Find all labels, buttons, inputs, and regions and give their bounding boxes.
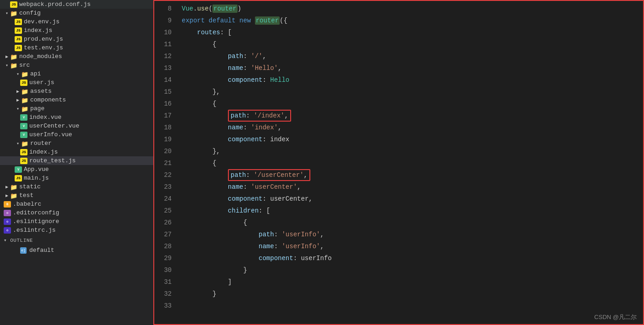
line-num-32: 32 — [154, 288, 172, 300]
code-content: Vue.use(router) export default new route… — [177, 1, 643, 324]
code-line-21: }, — [182, 145, 639, 157]
sidebar-item-assets[interactable]: ▶ 📁 assets — [0, 87, 153, 96]
sidebar-item-index-vue[interactable]: V index.vue — [0, 113, 153, 122]
outline-label: OUTLINE — [10, 238, 33, 243]
sidebar-item-label: .eslintignore — [13, 218, 59, 225]
line-num-16: 16 — [154, 98, 172, 110]
sidebar-item-label: route_test.js — [29, 157, 76, 164]
sidebar-item-config[interactable]: ▾ 📁 config — [0, 9, 153, 17]
line-num-21: 21 — [154, 157, 172, 169]
line-num-31: 31 — [154, 276, 172, 288]
sidebar-item-usercenter-vue[interactable]: V userCenter.vue — [0, 122, 153, 130]
js-icon: JS — [20, 158, 27, 164]
sidebar-item-webpack-prod[interactable]: JS webpack.prod.conf.js — [0, 0, 153, 9]
code-line-27: { — [182, 217, 639, 229]
editor-area: 8 9 10 11 12 13 14 15 16 17 18 19 20 21 … — [153, 0, 644, 325]
sidebar-item-route-test[interactable]: JS route_test.js — [0, 156, 153, 165]
line-num-33: 33 — [154, 300, 172, 312]
sidebar-item-eslintrc[interactable]: ⚙ .eslintrc.js — [0, 226, 153, 234]
sidebar-item-label: index.js — [29, 149, 58, 155]
line-num-15: 15 — [154, 86, 172, 98]
sidebar-item-label: node_modules — [19, 53, 62, 60]
arrow-icon: ▾ — [15, 71, 21, 77]
sidebar-item-components[interactable]: ▶ 📁 components — [0, 96, 153, 104]
sidebar-item-label: main.js — [24, 175, 49, 181]
sidebar-item-prod-env[interactable]: JS prod.env.js — [0, 35, 153, 43]
code-line-20: component: index — [182, 133, 639, 145]
sidebar-item-main-js[interactable]: JS main.js — [0, 174, 153, 182]
line-num-25: 25 — [154, 205, 172, 217]
folder-icon: 📁 — [21, 88, 28, 95]
sidebar-item-userinfo-vue[interactable]: V userInfo.vue — [0, 130, 153, 139]
sidebar: JS webpack.prod.conf.js ▾ 📁 config JS de… — [0, 0, 153, 325]
arrow-icon: ▾ — [15, 141, 21, 146]
js-icon: JS — [10, 1, 17, 8]
sidebar-item-label: static — [19, 183, 41, 190]
sidebar-item-dev-env[interactable]: JS dev.env.js — [0, 17, 153, 26]
watermark: CSDN @凡二尔 — [594, 313, 637, 321]
folder-icon: 📁 — [10, 53, 17, 60]
line-num-10: 10 — [154, 27, 172, 38]
line-num-14: 14 — [154, 74, 172, 86]
sidebar-item-label: .babelrc — [13, 201, 41, 208]
outline-header[interactable]: ▾ OUTLINE — [0, 234, 153, 246]
sidebar-item-app-vue[interactable]: V App.vue — [0, 165, 153, 174]
line-num-20: 20 — [154, 145, 172, 157]
outline-item-default[interactable]: e] default — [0, 246, 153, 255]
vue-icon: V — [20, 114, 27, 121]
sidebar-item-babelrc[interactable]: B .babelrc — [0, 200, 153, 208]
sidebar-item-label: src — [19, 62, 30, 69]
code-line-16: }, — [182, 86, 639, 98]
sidebar-item-label: page — [30, 105, 44, 112]
sidebar-item-label: user.js — [29, 79, 54, 86]
line-num-12: 12 — [154, 50, 172, 62]
code-line-19: name: 'index', — [182, 122, 639, 133]
sidebar-item-node-modules[interactable]: ▶ 📁 node_modules — [0, 52, 153, 61]
sidebar-item-test-env[interactable]: JS test.env.js — [0, 43, 153, 52]
sidebar-item-label: index.vue — [29, 114, 61, 121]
line-num-26: 26 — [154, 217, 172, 229]
code-line-11: routes: [ — [182, 27, 639, 38]
sidebar-item-eslintignore[interactable]: ⚙ .eslintignore — [0, 217, 153, 226]
js-icon: JS — [15, 45, 22, 51]
js-icon: JS — [20, 80, 27, 86]
sidebar-item-label: components — [30, 96, 66, 103]
sidebar-item-label: .editorconfig — [13, 209, 59, 216]
code-line-31: } — [182, 264, 639, 276]
line-num-24: 24 — [154, 193, 172, 205]
sidebar-item-editorconfig[interactable]: ⚙ .editorconfig — [0, 208, 153, 217]
code-line-18: path: '/index', — [182, 110, 639, 122]
code-line-26: children: [ — [182, 205, 639, 217]
arrow-icon: ▶ — [4, 54, 10, 59]
sidebar-item-index-js[interactable]: JS index.js — [0, 26, 153, 35]
sidebar-item-label: App.vue — [24, 166, 49, 173]
eslint-icon: ⚙ — [4, 218, 11, 225]
sidebar-item-user-js[interactable]: JS user.js — [0, 78, 153, 87]
arrow-icon: ▶ — [15, 97, 21, 103]
sidebar-item-api[interactable]: ▾ 📁 api — [0, 69, 153, 78]
line-num-11: 11 — [154, 38, 172, 50]
sidebar-item-static[interactable]: ▶ 📁 static — [0, 182, 153, 191]
folder-icon: 📁 — [10, 10, 17, 16]
line-num-28: 28 — [154, 240, 172, 252]
sidebar-item-test[interactable]: ▶ 📁 test — [0, 191, 153, 200]
arrow-icon: ▾ — [4, 63, 10, 68]
sidebar-item-src[interactable]: ▾ 📁 src — [0, 61, 153, 69]
arrow-icon: ▶ — [4, 193, 10, 198]
sidebar-item-label: prod.env.js — [24, 36, 63, 43]
sidebar-item-router-index[interactable]: JS index.js — [0, 148, 153, 156]
code-line-32: ] — [182, 276, 639, 288]
sidebar-item-page[interactable]: ▾ 📁 page — [0, 104, 153, 113]
babel-icon: B — [4, 201, 11, 208]
vue-icon: V — [20, 123, 27, 129]
sidebar-item-label: .eslintrc.js — [13, 227, 56, 234]
sidebar-item-router[interactable]: ▾ 📁 router — [0, 139, 153, 148]
code-line-28: path: 'userInfo', — [182, 229, 639, 240]
eslint-icon: ⚙ — [4, 227, 11, 234]
line-num-29: 29 — [154, 252, 172, 264]
vue-icon: V — [20, 132, 27, 138]
code-line-12: { — [182, 38, 639, 50]
line-num-13: 13 — [154, 62, 172, 74]
folder-icon: 📁 — [21, 97, 28, 103]
line-num-19: 19 — [154, 133, 172, 145]
